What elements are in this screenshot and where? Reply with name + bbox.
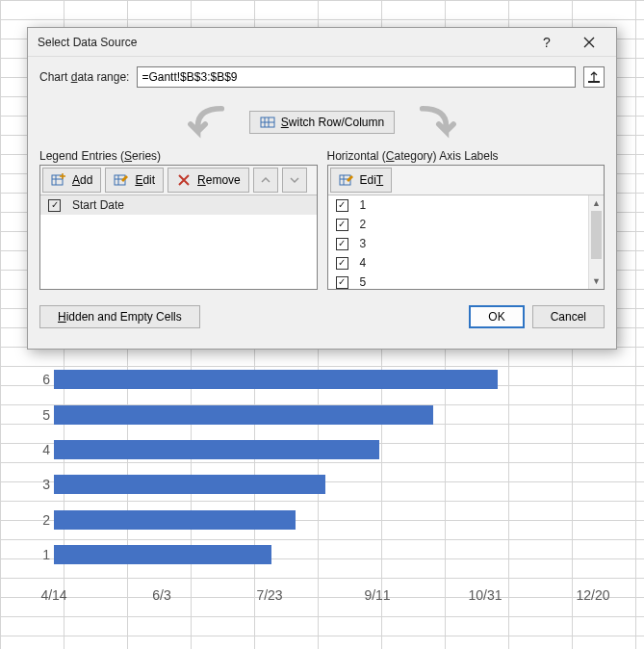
- chart-bar[interactable]: [54, 545, 271, 564]
- scroll-up-button[interactable]: ▲: [589, 195, 604, 211]
- add-icon: [51, 172, 66, 188]
- checkbox[interactable]: ✓: [48, 199, 61, 212]
- axis-labels-list[interactable]: ✓1✓2✓3✓4✓5 ▲ ▼: [328, 195, 605, 289]
- axis-labels-header: Horizontal (Category) Axis Labels: [327, 149, 605, 163]
- edit-icon: [339, 172, 354, 188]
- y-axis-labels: 654321: [29, 362, 50, 572]
- y-tick-label: 2: [42, 512, 50, 528]
- switch-icon: [260, 115, 275, 130]
- checkbox[interactable]: ✓: [336, 257, 348, 270]
- legend-entries-panel: Add Edit Remove: [39, 165, 318, 290]
- close-icon: [581, 35, 597, 50]
- x-tick-label: 4/14: [40, 587, 66, 603]
- close-button[interactable]: [568, 29, 610, 56]
- checkbox[interactable]: ✓: [336, 199, 348, 212]
- x-axis-labels: 4/146/37/239/1110/3112/20: [54, 584, 593, 610]
- switch-label: Switch Row/Column: [281, 116, 384, 129]
- help-button[interactable]: ?: [526, 29, 568, 56]
- list-item[interactable]: ✓5: [328, 273, 605, 289]
- list-item-label: 4: [360, 256, 367, 270]
- list-item-label: 3: [360, 237, 367, 250]
- list-item[interactable]: ✓3: [328, 234, 605, 253]
- move-down-button[interactable]: [282, 168, 307, 193]
- list-item-label: 5: [360, 275, 367, 289]
- y-tick-label: 5: [42, 407, 50, 423]
- x-tick-label: 6/3: [152, 587, 170, 603]
- list-item-label: Start Date: [72, 198, 124, 212]
- checkbox[interactable]: ✓: [336, 276, 348, 289]
- arrow-right-icon: [402, 104, 470, 141]
- arrow-left-icon: [174, 104, 242, 141]
- list-item[interactable]: ✓1: [328, 195, 605, 215]
- scroll-down-button[interactable]: ▼: [589, 273, 604, 289]
- edit-series-button[interactable]: Edit: [105, 168, 164, 193]
- chevron-down-icon: [287, 172, 302, 188]
- chart-bar[interactable]: [54, 370, 498, 389]
- range-picker-button[interactable]: [583, 66, 605, 88]
- x-tick-label: 9/11: [364, 587, 390, 603]
- y-tick-label: 6: [42, 372, 50, 387]
- edit-icon: [114, 172, 129, 188]
- chart-bar[interactable]: [54, 440, 379, 459]
- list-item[interactable]: ✓2: [328, 215, 605, 234]
- select-data-source-dialog: Select Data Source ? Chart data range: S…: [27, 27, 617, 350]
- collapse-dialog-icon: [586, 69, 602, 85]
- y-tick-label: 4: [42, 442, 50, 457]
- chart-bar[interactable]: [54, 475, 325, 494]
- dialog-titlebar[interactable]: Select Data Source ?: [28, 28, 616, 57]
- list-item[interactable]: ✓Start Date: [40, 195, 317, 215]
- move-up-button[interactable]: [253, 168, 278, 193]
- y-tick-label: 3: [42, 477, 50, 492]
- remove-series-button[interactable]: Remove: [167, 168, 249, 193]
- x-tick-label: 7/23: [256, 587, 282, 603]
- legend-series-list[interactable]: ✓Start Date: [40, 195, 317, 289]
- gantt-bar-chart[interactable]: 654321 4/146/37/239/1110/3112/20: [29, 358, 610, 610]
- dialog-title: Select Data Source: [38, 36, 526, 49]
- y-tick-label: 1: [42, 547, 50, 562]
- list-item-label: 2: [360, 218, 367, 231]
- checkbox[interactable]: ✓: [336, 238, 348, 250]
- legend-entries-header: Legend Entries (Series): [39, 149, 318, 163]
- chevron-up-icon: [258, 172, 273, 188]
- hidden-empty-cells-button[interactable]: Hidden and Empty Cells: [39, 305, 200, 328]
- chart-bar[interactable]: [54, 510, 296, 530]
- checkbox[interactable]: ✓: [336, 219, 348, 231]
- chart-data-range-label: Chart data range:: [39, 70, 129, 84]
- cancel-button[interactable]: Cancel: [532, 305, 605, 328]
- edit-axis-labels-button[interactable]: EdiT: [330, 168, 393, 193]
- x-tick-label: 12/20: [576, 587, 609, 603]
- ok-button[interactable]: OK: [469, 305, 524, 328]
- scrollbar[interactable]: ▲ ▼: [588, 195, 604, 289]
- svg-rect-0: [588, 81, 600, 83]
- list-item-label: 1: [360, 198, 367, 212]
- chart-plot-area: [54, 362, 593, 572]
- list-item[interactable]: ✓4: [328, 253, 605, 273]
- chart-data-range-input[interactable]: [137, 66, 576, 88]
- x-tick-label: 10/31: [468, 587, 502, 603]
- scroll-thumb[interactable]: [591, 211, 602, 259]
- add-series-button[interactable]: Add: [42, 168, 101, 193]
- chart-bar[interactable]: [54, 405, 433, 425]
- axis-labels-panel: EdiT ✓1✓2✓3✓4✓5 ▲ ▼: [327, 165, 605, 290]
- remove-icon: [176, 172, 192, 188]
- switch-row-column-button[interactable]: Switch Row/Column: [249, 111, 395, 134]
